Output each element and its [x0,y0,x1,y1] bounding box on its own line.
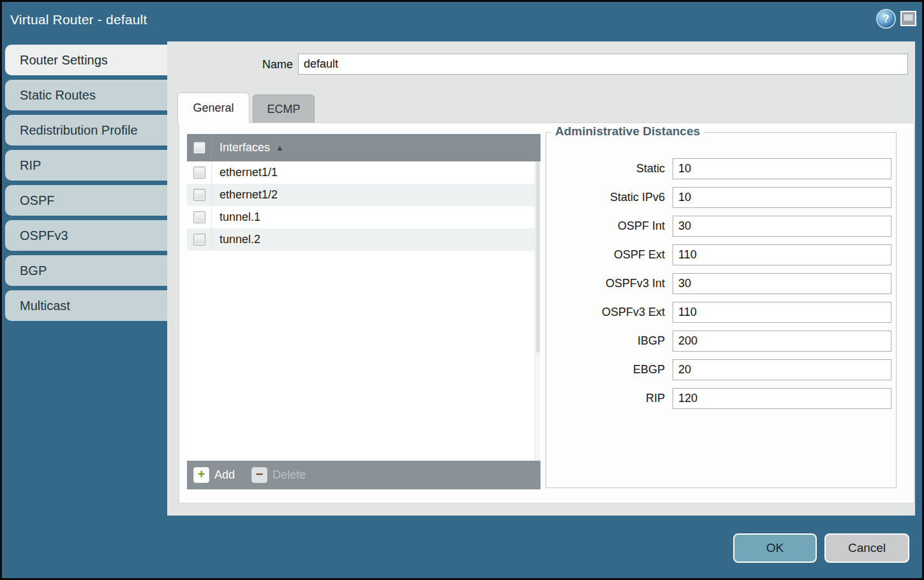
field-row-ibgp: IBGP [546,331,896,352]
window-restore-icon[interactable] [900,11,916,26]
name-label: Name [167,58,293,71]
general-tab-panel: Interfaces ▲ ethernet1/1 ethernet1/2 tun… [179,123,914,503]
row-checkbox-cell [187,161,212,184]
ospfv3-int-input[interactable] [673,273,891,294]
router-settings-page: Name General ECMP Interfaces ▲ ethernet1… [167,41,915,516]
sidebar-item-router-settings[interactable]: Router Settings [5,45,169,75]
interfaces-table-header: Interfaces ▲ [187,134,540,161]
rip-input[interactable] [673,388,891,409]
table-row-ethernet1-1[interactable]: ethernet1/1 [187,161,540,184]
interface-name: tunnel.1 [220,211,260,224]
row-checkbox[interactable] [193,167,205,179]
administrative-distances-group: Administrative Distances Static Static I… [546,132,897,488]
administrative-distances-title: Administrative Distances [551,124,704,138]
ospf-ext-label: OSPF Ext [546,248,673,262]
field-row-ospf-int: OSPF Int [546,216,896,237]
row-checkbox-cell [187,228,212,251]
row-checkbox-cell [187,184,212,206]
sidebar-item-ospf[interactable]: OSPF [5,185,169,216]
sort-ascending-icon[interactable]: ▲ [276,143,284,152]
field-row-static: Static [546,158,896,179]
interface-name: ethernet1/1 [220,166,278,179]
table-row-ethernet1-2[interactable]: ethernet1/2 [187,184,540,206]
row-checkbox[interactable] [193,189,205,201]
window-restore-icon-glyph [904,14,913,21]
sidebar-item-ospfv3[interactable]: OSPFv3 [5,220,169,251]
tab-ecmp[interactable]: ECMP [253,94,315,123]
delete-button[interactable]: − Delete [251,467,306,483]
field-row-ospfv3-ext: OSPFv3 Ext [546,302,896,323]
field-row-rip: RIP [546,388,896,409]
add-button[interactable]: + Add [193,467,235,483]
add-button-label: Add [214,468,235,482]
table-scrollbar[interactable] [535,161,540,461]
ospf-ext-input[interactable] [673,244,891,265]
sidebar-item-rip[interactable]: RIP [5,150,169,181]
sidebar-item-bgp[interactable]: BGP [5,255,169,286]
ospfv3-ext-label: OSPFv3 Ext [546,306,673,319]
virtual-router-dialog: Virtual Router - default ? Router Settin… [2,2,922,578]
add-plus-icon: + [193,467,209,483]
name-input[interactable] [298,54,908,75]
ebgp-label: EBGP [546,363,673,376]
select-all-checkbox[interactable] [193,142,205,154]
sidebar-item-redistribution-profile[interactable]: Redistribution Profile [5,115,169,145]
sidebar-item-static-routes[interactable]: Static Routes [5,80,169,110]
interfaces-table-footer: + Add − Delete [187,461,540,489]
dialog-title: Virtual Router - default [10,12,147,27]
row-checkbox-cell [187,206,212,228]
ebgp-input[interactable] [673,359,891,380]
field-row-static-ipv6: Static IPv6 [546,187,896,208]
ibgp-label: IBGP [546,334,673,348]
delete-minus-icon: − [251,467,267,483]
interfaces-column-header[interactable]: Interfaces [220,141,270,154]
interface-name: tunnel.2 [220,233,260,246]
rip-label: RIP [546,392,673,405]
static-label: Static [546,162,673,175]
static-input[interactable] [673,158,891,179]
static-ipv6-label: Static IPv6 [546,191,673,204]
ibgp-input[interactable] [673,331,891,352]
interface-name: ethernet1/2 [220,188,278,202]
field-row-ospfv3-int: OSPFv3 Int [546,273,896,294]
delete-button-label: Delete [272,468,306,482]
tab-general[interactable]: General [177,93,250,123]
row-checkbox[interactable] [193,234,205,246]
static-ipv6-input[interactable] [673,187,891,208]
ospf-int-label: OSPF Int [546,219,673,233]
cancel-button[interactable]: Cancel [824,533,909,563]
table-row-tunnel-2[interactable]: tunnel.2 [187,228,540,251]
field-row-ebgp: EBGP [546,359,896,380]
ospfv3-ext-input[interactable] [673,302,891,323]
sidebar-item-multicast[interactable]: Multicast [5,290,169,321]
field-row-ospf-ext: OSPF Ext [546,244,896,265]
row-checkbox[interactable] [193,211,205,223]
ospf-int-input[interactable] [673,216,891,237]
interfaces-table: Interfaces ▲ ethernet1/1 ethernet1/2 tun… [187,134,540,489]
table-scrollbar-thumb[interactable] [536,161,540,353]
ospfv3-int-label: OSPFv3 Int [546,277,673,290]
select-all-cell [187,134,212,161]
interfaces-table-body: ethernet1/1 ethernet1/2 tunnel.1 tunnel.… [187,161,540,461]
titlebar: Virtual Router - default ? [2,2,922,41]
ok-button[interactable]: OK [733,533,817,563]
table-row-tunnel-1[interactable]: tunnel.1 [187,206,540,228]
help-icon[interactable]: ? [877,10,895,27]
administrative-distances-fields: Static Static IPv6 OSPF Int OSPF Ext [546,158,896,417]
